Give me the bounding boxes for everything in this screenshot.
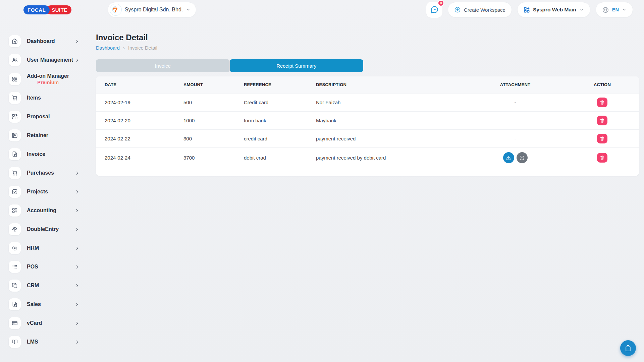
receipts-table-card: DATEAMOUNTREFERENCEDESCRIPTIONATTACHMENT… (96, 76, 639, 176)
focus-icon (519, 155, 525, 161)
cell-description: Nor Faizah (307, 93, 465, 111)
sidebar-item-text: Add-on ManagerPremium (27, 73, 69, 85)
users-icon (9, 54, 21, 66)
sidebar-item-label: Invoice (27, 151, 45, 158)
sidebar-item-text: Retainer (27, 132, 48, 139)
workspace-selector[interactable]: Syspro Digital Sdn. Bhd. (108, 2, 196, 17)
sidebar-item-hrm[interactable]: HRM (9, 242, 90, 254)
attachment-empty: - (515, 136, 516, 141)
table-header-row: DATEAMOUNTREFERENCEDESCRIPTIONATTACHMENT… (96, 76, 639, 93)
shopping-bag-icon (624, 344, 632, 352)
focal-suite-logo[interactable]: FOCAL SUITE (23, 5, 71, 14)
chevron-down-icon (622, 7, 627, 12)
marketplace-fab[interactable] (620, 340, 636, 356)
attachment-empty: - (515, 100, 516, 105)
create-workspace-button[interactable]: Create Workspace (448, 2, 512, 17)
table-row: 2024-02-201000form bankMaybank- (96, 111, 639, 129)
view-attachment-button[interactable] (517, 152, 528, 163)
delete-receipt-button[interactable] (597, 98, 607, 107)
sidebar-item-accounting[interactable]: Accounting (9, 204, 90, 217)
language-selector[interactable]: EN (596, 2, 633, 17)
sidebar-item-label: Items (27, 95, 41, 101)
credit-card-icon (9, 317, 21, 329)
sidebar-item-proposal[interactable]: Proposal (9, 111, 90, 123)
sidebar-item-text: vCard (27, 320, 42, 326)
cell-action (566, 129, 639, 147)
table-row: 2024-02-19500Credit cardNor Faizah- (96, 93, 639, 111)
sidebar-item-invoice[interactable]: Invoice (9, 148, 90, 160)
sidebar-item-label: User Management (27, 57, 73, 63)
cell-date: 2024-02-19 (96, 93, 175, 111)
cell-attachment: - (465, 93, 566, 111)
sidebar-item-retainer[interactable]: Retainer (9, 129, 90, 141)
chevron-right-icon (75, 265, 79, 269)
book-icon (9, 336, 21, 348)
sidebar-item-doubleentry[interactable]: DoubleEntry (9, 223, 90, 235)
breadcrumb-current: Invoice Detail (128, 45, 157, 51)
cell-amount: 1000 (175, 111, 235, 129)
tab-bar: Invoice Receipt Summary (96, 59, 363, 72)
sidebar-item-text: Items (27, 95, 41, 101)
trash-icon (600, 100, 605, 105)
sidebar-item-label: Sales (27, 301, 41, 308)
cell-attachment: - (465, 111, 566, 129)
sidebar-item-text: Sales (27, 301, 41, 308)
sidebar-item-pos[interactable]: POS (9, 261, 90, 273)
file-icon (9, 298, 21, 310)
chevron-right-icon (75, 284, 79, 288)
chevron-down-icon (579, 7, 584, 12)
tab-invoice[interactable]: Invoice (96, 59, 230, 72)
download-attachment-button[interactable] (503, 152, 514, 163)
logo-focal: FOCAL (23, 5, 50, 14)
delete-receipt-button[interactable] (597, 134, 607, 143)
sidebar-item-label: Dashboard (27, 38, 55, 45)
page-title: Invoice Detail (96, 33, 639, 42)
attachment-empty: - (515, 118, 516, 123)
sidebar-item-items[interactable]: Items (9, 92, 90, 104)
sidebar-item-text: DoubleEntry (27, 226, 59, 233)
swap-boxes-icon (9, 111, 21, 123)
delete-receipt-button[interactable] (597, 153, 607, 163)
delete-receipt-button[interactable] (597, 116, 607, 125)
sidebar-item-label: Projects (27, 188, 48, 195)
sidebar-item-dashboard[interactable]: Dashboard (9, 35, 90, 47)
main-content: Invoice Detail Dashboard › Invoice Detai… (96, 19, 639, 176)
sidebar-item-sales[interactable]: Sales (9, 298, 90, 310)
file-icon (9, 148, 21, 160)
breadcrumb-dashboard-link[interactable]: Dashboard (96, 45, 120, 51)
chevron-right-icon (75, 190, 79, 194)
cell-amount: 3700 (175, 147, 235, 168)
chevron-right-icon (75, 321, 79, 325)
save-icon (9, 129, 21, 141)
chat-button[interactable]: 0 (426, 2, 442, 18)
sidebar-item-user-management[interactable]: User Management (9, 54, 90, 66)
scales-icon (9, 223, 21, 235)
sidebar-item-purchases[interactable]: Purchases (9, 167, 90, 179)
tab-receipt-summary[interactable]: Receipt Summary (230, 59, 364, 72)
sidebar-item-label: Add-on Manager (27, 73, 69, 79)
copy-icon (9, 280, 21, 292)
cell-date: 2024-02-22 (96, 129, 175, 147)
cart-icon (9, 167, 21, 179)
column-header-reference: REFERENCE (235, 76, 307, 93)
sidebar-item-text: Purchases (27, 170, 54, 176)
logo-suite: SUITE (46, 5, 71, 14)
sidebar-item-text: Accounting (27, 207, 56, 214)
chat-bubble-icon (430, 5, 439, 14)
trash-icon (600, 155, 605, 160)
sidebar-item-projects[interactable]: Projects (9, 186, 90, 198)
chevron-right-icon (75, 171, 79, 175)
sidebar-item-add-on-manager[interactable]: Add-on ManagerPremium (9, 73, 90, 85)
column-header-attachment: ATTACHMENT (465, 76, 566, 93)
sidebar-item-text: HRM (27, 245, 39, 251)
sidebar-item-vcard[interactable]: vCard (9, 317, 90, 329)
sidebar-item-lms[interactable]: LMS (9, 336, 90, 348)
chevron-right-icon (75, 208, 79, 213)
sidebar-item-text: User Management (27, 57, 73, 63)
check-square-icon (9, 186, 21, 198)
app-selector[interactable]: Syspro Web Main (517, 2, 590, 17)
premium-badge: Premium (37, 79, 59, 85)
column-header-date: DATE (96, 76, 175, 93)
sidebar-item-text: Dashboard (27, 38, 55, 45)
sidebar-item-crm[interactable]: CRM (9, 280, 90, 292)
